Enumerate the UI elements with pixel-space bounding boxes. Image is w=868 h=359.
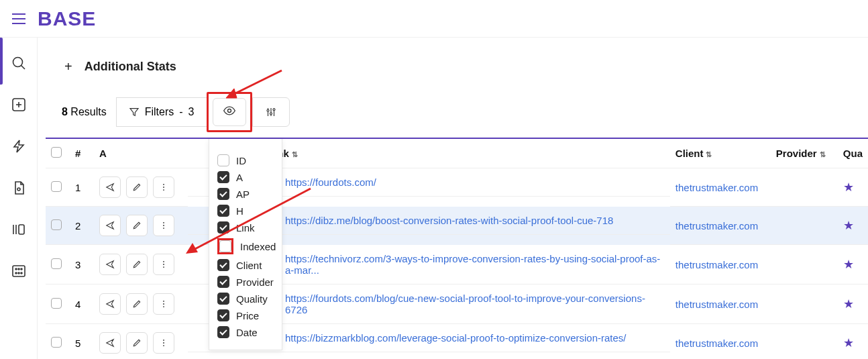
svg-point-23: [273, 109, 275, 111]
edit-button[interactable]: [126, 293, 148, 315]
row-checkbox[interactable]: [51, 298, 62, 309]
svg-line-39: [231, 70, 282, 95]
svg-point-13: [15, 272, 17, 274]
svg-line-41: [191, 189, 311, 251]
row-client[interactable]: thetrustmaker.com: [675, 220, 758, 232]
more-button[interactable]: [153, 176, 174, 198]
row-link[interactable]: https://dibz.me/blog/boost-conversion-ra…: [285, 215, 613, 226]
svg-point-38: [163, 345, 164, 346]
star-icon[interactable]: ★: [843, 258, 854, 271]
table-row[interactable]: 1 https://fourdots.com/ thetrustmaker.co…: [46, 168, 868, 207]
row-checkbox[interactable]: [51, 219, 62, 230]
col-client[interactable]: Client⇅: [670, 139, 771, 168]
row-link[interactable]: https://technivorz.com/3-ways-to-improve…: [285, 253, 665, 276]
col-a[interactable]: A: [94, 139, 188, 168]
star-icon[interactable]: ★: [843, 297, 854, 311]
annotation-arrow-2: [183, 185, 317, 262]
more-button[interactable]: [153, 215, 174, 236]
table-row[interactable]: 5 https://bizzmarkblog.com/leverage-soci…: [46, 324, 868, 360]
results-count: 8 Results: [52, 106, 116, 118]
svg-point-5: [17, 188, 20, 191]
search-icon[interactable]: [9, 54, 28, 72]
more-button[interactable]: [153, 254, 174, 275]
column-option[interactable]: Date: [217, 326, 274, 338]
svg-rect-8: [19, 225, 24, 234]
svg-point-28: [163, 225, 164, 226]
columns-icon[interactable]: [9, 220, 28, 239]
row-checkbox[interactable]: [51, 258, 62, 269]
column-option[interactable]: A: [217, 171, 274, 183]
add-icon[interactable]: [9, 95, 28, 114]
svg-point-24: [163, 184, 164, 185]
svg-point-31: [163, 264, 164, 265]
col-provider[interactable]: Provider⇅: [771, 139, 838, 168]
option-checkbox[interactable]: [217, 276, 229, 288]
send-button[interactable]: [99, 254, 121, 275]
svg-marker-16: [130, 109, 138, 116]
document-icon[interactable]: [9, 178, 28, 197]
option-label: A: [236, 172, 243, 183]
row-link[interactable]: https://fourdots.com/blog/cue-new-social…: [285, 293, 665, 315]
send-button[interactable]: [99, 293, 121, 315]
edit-button[interactable]: [126, 332, 148, 354]
option-checkbox[interactable]: [217, 326, 229, 338]
svg-point-12: [21, 268, 22, 270]
col-quality[interactable]: Qua: [838, 139, 868, 168]
row-number: 4: [70, 285, 94, 324]
star-icon[interactable]: ★: [843, 219, 854, 232]
row-client[interactable]: thetrustmaker.com: [675, 182, 758, 193]
svg-point-25: [163, 187, 164, 188]
svg-point-30: [163, 261, 164, 262]
svg-point-17: [227, 109, 231, 113]
column-option[interactable]: Quality: [217, 293, 274, 305]
row-number: 3: [70, 245, 94, 285]
select-all-checkbox[interactable]: [51, 147, 62, 158]
edit-button[interactable]: [126, 254, 148, 275]
results-table: # A Link⇅ Client⇅ Provider⇅ Qua 1 https:…: [46, 139, 868, 359]
svg-rect-9: [13, 266, 25, 276]
column-option[interactable]: ID: [217, 154, 274, 166]
svg-point-19: [267, 109, 269, 111]
column-option[interactable]: Price: [217, 309, 274, 321]
svg-point-37: [163, 342, 164, 344]
svg-point-11: [18, 268, 19, 270]
option-checkbox[interactable]: [217, 154, 229, 166]
row-link[interactable]: https://bizzmarkblog.com/leverage-social…: [285, 332, 627, 344]
row-client[interactable]: thetrustmaker.com: [675, 259, 758, 270]
option-label: Date: [236, 327, 258, 338]
more-button[interactable]: [153, 293, 174, 315]
option-checkbox[interactable]: [217, 293, 229, 305]
svg-point-33: [163, 301, 164, 302]
more-button[interactable]: [153, 332, 174, 354]
filters-button[interactable]: Filters - 3: [116, 97, 207, 127]
star-icon[interactable]: ★: [843, 181, 854, 194]
row-client[interactable]: thetrustmaker.com: [675, 299, 758, 310]
flash-icon[interactable]: [9, 137, 28, 156]
table-row[interactable]: 4 https://fourdots.com/blog/cue-new-soci…: [46, 285, 868, 324]
row-checkbox[interactable]: [51, 181, 62, 192]
row-client[interactable]: thetrustmaker.com: [675, 338, 758, 349]
table-row[interactable]: 2 https://dibz.me/blog/boost-conversion-…: [46, 207, 868, 245]
svg-point-27: [163, 222, 164, 223]
edit-button[interactable]: [126, 176, 148, 198]
edit-button[interactable]: [126, 215, 148, 236]
star-icon[interactable]: ★: [843, 336, 854, 350]
send-button[interactable]: [99, 176, 121, 198]
grid-icon[interactable]: [9, 262, 28, 280]
svg-point-10: [15, 268, 17, 270]
row-number: 5: [70, 324, 94, 360]
option-checkbox[interactable]: [217, 171, 229, 183]
col-hash[interactable]: #: [70, 139, 94, 168]
additional-stats-toggle[interactable]: + Additional Stats: [64, 59, 868, 74]
send-button[interactable]: [99, 332, 121, 354]
sidebar: [0, 38, 38, 359]
option-checkbox[interactable]: [217, 309, 229, 321]
option-label: ID: [236, 155, 246, 166]
send-button[interactable]: [99, 215, 121, 236]
row-checkbox[interactable]: [51, 337, 62, 348]
menu-icon[interactable]: [12, 13, 25, 24]
table-row[interactable]: 3 https://technivorz.com/3-ways-to-impro…: [46, 245, 868, 285]
svg-point-29: [163, 227, 164, 229]
column-option[interactable]: Provider: [217, 276, 274, 288]
svg-point-15: [21, 272, 22, 274]
